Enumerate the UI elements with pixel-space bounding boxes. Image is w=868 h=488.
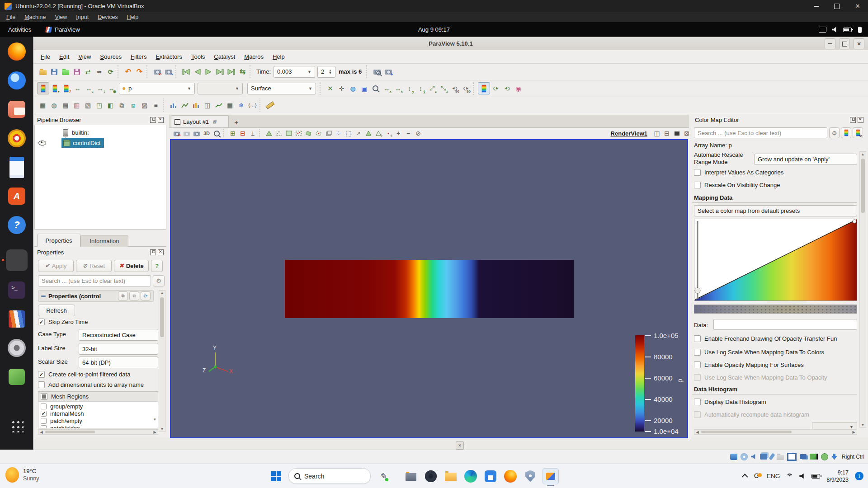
refresh-button[interactable]: Refresh (38, 305, 75, 316)
time-value-combo[interactable]: 0.003▼ (274, 66, 315, 78)
shrink-selection-icon[interactable]: − (403, 128, 413, 138)
menu-filters[interactable]: Filters (126, 53, 151, 60)
vbox-close-button[interactable]: ✕ (847, 0, 868, 12)
disconnect-icon[interactable]: ⇏ (94, 66, 105, 77)
region-row[interactable]: patch/sides (38, 424, 158, 428)
update-scalar-bars-icon[interactable]: ⟳ (490, 83, 501, 94)
taskbar-battery-icon[interactable] (811, 474, 820, 479)
vbox-menu-machine[interactable]: Machine (20, 14, 50, 20)
dock-document-app-icon[interactable] (6, 156, 28, 178)
rescale-visibility-checkbox[interactable]: Rescale On Visibility Change (694, 182, 857, 188)
interactive-select-points-icon[interactable]: ⁘ (334, 128, 344, 138)
vbox-menu-devices[interactable]: Devices (93, 14, 122, 20)
cme-scrollbar[interactable]: ▲ ▼ (859, 151, 866, 428)
apply-button[interactable]: ✔Apply (38, 260, 74, 272)
group-datasets-icon[interactable]: ⧉ (116, 100, 127, 111)
properties-hscrollbar[interactable]: ◀ ▶ (38, 429, 158, 435)
pv-minimize-button[interactable] (825, 38, 835, 49)
firefox-icon[interactable] (503, 469, 518, 484)
dock-firefox-icon[interactable] (6, 41, 28, 62)
log-scale-opacity-checkbox[interactable]: Use Log Scale When Mapping Data To Opaci… (694, 374, 858, 381)
representation-combo[interactable]: Surface▼ (247, 83, 316, 94)
properties-search-options-button[interactable]: ⚙ (153, 275, 165, 286)
select-block-icon[interactable] (324, 128, 334, 138)
remove-annotation-icon[interactable]: ⊟ (238, 128, 248, 138)
properties-help-button[interactable]: ? (151, 260, 163, 272)
camera-undo-icon[interactable]: ↶ (151, 66, 163, 77)
optical-disk-icon[interactable] (741, 453, 748, 460)
first-frame-button[interactable] (180, 66, 192, 77)
split-horizontal-icon[interactable]: ◫ (652, 128, 662, 138)
recompute-histogram-checkbox[interactable]: Automatically recompute data histogram (694, 411, 858, 418)
clock-widget[interactable]: 9:17 8/9/2023 (826, 469, 849, 483)
weather-widget[interactable]: 19°C Sunny (5, 467, 39, 483)
choose-preset-icon[interactable]: ↺ (61, 83, 72, 94)
cme-hscrollbar[interactable]: ◀ ▶ (694, 429, 857, 435)
histogram-icon[interactable] (168, 100, 179, 111)
load-state-icon[interactable] (60, 66, 71, 77)
add-annotation-icon[interactable]: ⊞ (228, 128, 238, 138)
cme-show-colormap-button[interactable] (841, 127, 851, 138)
new-layout-tab-button[interactable]: + (231, 117, 242, 127)
pv-close-button[interactable]: ✕ (854, 38, 864, 49)
spreadsheet-view-icon[interactable]: ▦ (37, 100, 48, 111)
separate-color-map-icon[interactable]: ◉ (513, 83, 524, 94)
store-icon[interactable] (483, 469, 498, 484)
hover-cells-icon[interactable] (363, 128, 373, 138)
delete-button[interactable]: ✖Delete (114, 260, 149, 272)
split-view-icon[interactable]: ▧ (82, 100, 94, 111)
opacity-surfaces-checkbox[interactable]: Enable Opacity Mapping For Surfaces (694, 361, 858, 368)
vbox-maximize-button[interactable] (826, 0, 847, 12)
properties-search-input[interactable] (38, 275, 151, 286)
layout-tab[interactable]: Layout #1 ⊠ (171, 115, 229, 127)
color-map-strip[interactable] (694, 305, 857, 314)
reset-session-icon[interactable]: ⟳ (105, 66, 116, 77)
vbox-menu-input[interactable]: Input (71, 14, 93, 20)
menu-view[interactable]: View (74, 53, 95, 60)
sync-icon[interactable]: ⟳ (754, 471, 760, 481)
maximize-view-icon[interactable] (672, 128, 682, 138)
transfer-function-canvas[interactable] (694, 219, 857, 301)
dock-paraview-icon[interactable] (6, 249, 28, 271)
redo-icon[interactable]: ↷ (134, 66, 145, 77)
properties-float-button[interactable] (150, 249, 156, 255)
dock-disc-icon[interactable] (6, 337, 28, 359)
selection-query-icon[interactable]: ? (373, 128, 383, 138)
properties-scrollbar[interactable]: ▲ ▼ (159, 290, 165, 432)
rescale-mode-combo[interactable]: Grow and update on 'Apply' (754, 154, 857, 165)
usb-icon[interactable] (770, 453, 774, 460)
menu-edit[interactable]: Edit (55, 53, 74, 60)
data-value-input[interactable] (713, 319, 857, 330)
tab-properties[interactable]: Properties (37, 234, 80, 247)
rescale-to-visible-range-icon[interactable]: ↔◉ (106, 83, 117, 94)
loop-button[interactable]: ⇆ (237, 66, 248, 77)
undo-icon[interactable]: ↶ (123, 66, 134, 77)
plot-data-icon[interactable]: ▨ (139, 100, 150, 111)
edit-color-map-icon[interactable]: ● (49, 83, 61, 94)
set-view-plus-y-icon[interactable]: ↕y (404, 83, 415, 94)
color-legend-visibility-icon[interactable] (478, 82, 490, 94)
cme-search-options-button[interactable]: ⚙ (829, 127, 840, 138)
frame-spinbox[interactable]: 2 ▲▼ (317, 66, 335, 78)
save-state-icon[interactable] (71, 66, 82, 77)
cme-float-button[interactable] (850, 117, 856, 123)
widgets-icon[interactable]: ✎ (375, 469, 391, 484)
dock-terminal-icon[interactable]: >_ (6, 279, 28, 301)
select-frustum-points-icon[interactable] (294, 128, 304, 138)
adjust-annotation-icon[interactable]: ± (248, 128, 258, 138)
virtualbox-taskbar-icon[interactable] (542, 468, 559, 484)
visibility-eye-icon[interactable] (38, 141, 46, 145)
reset-defaults-button[interactable]: ⟳ (141, 291, 151, 300)
camera-link-icon[interactable]: ↶ (172, 128, 182, 138)
region-row[interactable]: internalMesh (38, 410, 158, 417)
merge-blocks-icon[interactable]: ⧈ (127, 100, 139, 111)
set-view-plus-x-icon[interactable]: ↔x (381, 83, 392, 94)
camera-redo-icon[interactable]: ↷ (163, 66, 174, 77)
pipeline-float-button[interactable] (150, 117, 156, 123)
pipeline-item-controldict[interactable]: controlDict (35, 138, 166, 148)
menu-macros[interactable]: Macros (240, 53, 268, 60)
menu-extractors[interactable]: Extractors (151, 53, 187, 60)
menu-tools[interactable]: Tools (187, 53, 209, 60)
show-center-axes-icon[interactable]: ✛ (336, 83, 347, 94)
hover-points-icon[interactable]: ➚ (354, 128, 363, 138)
